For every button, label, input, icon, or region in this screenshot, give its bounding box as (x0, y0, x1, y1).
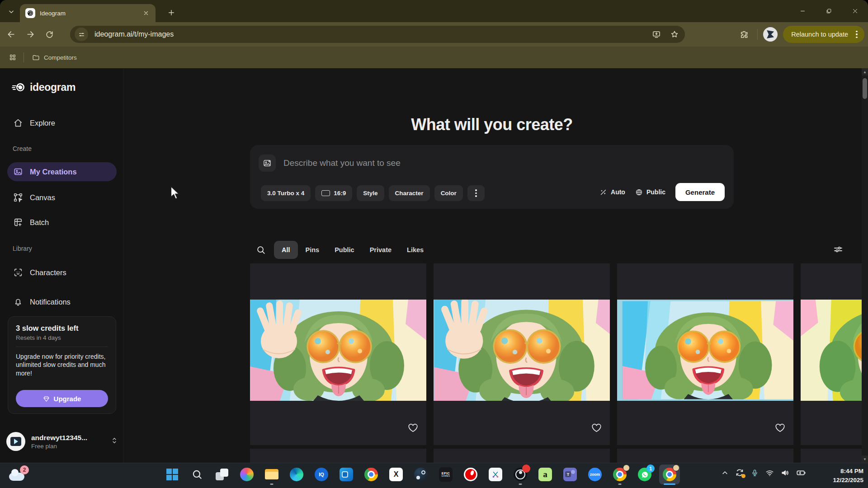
scroll-up-arrow[interactable]: ▲ (862, 68, 868, 75)
character-button[interactable]: Character (389, 185, 430, 201)
user-account[interactable]: andrewyt12345... Free plan (6, 430, 118, 453)
browser-profile-avatar[interactable] (763, 27, 778, 42)
url-bar[interactable]: ideogram.ai/t/my-images (70, 26, 685, 43)
creation-card-partial[interactable] (801, 449, 868, 463)
tray-chevron-up-icon[interactable] (722, 469, 728, 476)
creation-card[interactable]: 2 (801, 263, 868, 445)
tray-battery-icon[interactable] (796, 468, 806, 478)
sidebar-item-explore[interactable]: Explore (7, 113, 117, 132)
taskbar-icon-steam[interactable] (412, 466, 429, 483)
creation-card-partial[interactable] (434, 449, 610, 463)
creation-card-partial[interactable] (250, 449, 426, 463)
chevron-up-down-icon[interactable] (111, 436, 118, 446)
taskbar-icon-clipchamp[interactable] (487, 466, 504, 483)
install-app-icon[interactable] (651, 28, 662, 40)
taskbar-icon-chrome[interactable] (363, 466, 380, 483)
generate-button[interactable]: Generate (675, 183, 725, 201)
bookmark-star-icon[interactable] (669, 28, 680, 40)
tab-all[interactable]: All (274, 241, 298, 259)
browser-tab[interactable]: Ideogram (20, 4, 156, 22)
tab-private[interactable]: Private (362, 241, 399, 259)
tab-public[interactable]: Public (327, 241, 362, 259)
search-icon[interactable] (256, 245, 266, 255)
visibility-button[interactable]: Public (635, 188, 665, 196)
sidebar-item-notifications[interactable]: Notifications (7, 292, 117, 311)
browser-menu-icon[interactable] (853, 29, 861, 40)
tray-microphone-icon[interactable] (751, 469, 759, 477)
taskbar-icon-iq-app[interactable]: IQ (313, 466, 330, 483)
tab-close-icon[interactable] (142, 9, 150, 17)
bookmark-folder-competitors[interactable]: Competitors (28, 52, 80, 63)
restore-button[interactable] (816, 0, 842, 22)
auto-mode-button[interactable]: Auto (599, 188, 625, 196)
sidebar-item-characters[interactable]: Characters (7, 263, 117, 282)
bookmark-folder-label: Competitors (44, 54, 77, 61)
taskbar-icon-task-view[interactable] (213, 466, 231, 483)
taskbar-icon-chrome-profile1[interactable] (611, 466, 628, 483)
tab-pins[interactable]: Pins (298, 241, 327, 259)
reload-button[interactable] (42, 27, 57, 42)
taskbar-icon-zoom[interactable]: zoom (586, 466, 604, 483)
apps-grid-icon[interactable] (6, 51, 19, 64)
model-selector-button[interactable]: 3.0 Turbo x 4 (261, 185, 311, 201)
taskbar-icon-vodafone[interactable] (462, 466, 479, 483)
close-window-button[interactable] (842, 0, 868, 22)
tray-volume-icon[interactable] (781, 469, 789, 477)
taskbar-icon-start[interactable] (164, 466, 181, 483)
heart-icon[interactable] (408, 423, 418, 434)
taskbar-clock[interactable]: 8:44 PM 12/22/2025 (833, 467, 863, 484)
generated-image[interactable] (801, 300, 868, 401)
forward-button[interactable] (23, 27, 38, 42)
creation-card-partial[interactable] (617, 449, 793, 463)
new-tab-button[interactable] (165, 7, 177, 19)
taskbar-icon-a-app[interactable]: a (537, 466, 554, 483)
minimize-button[interactable] (789, 0, 816, 22)
generated-image[interactable] (617, 300, 793, 401)
creation-card[interactable] (617, 263, 793, 445)
taskbar-icon-epic-games[interactable]: EPICGAMES (437, 466, 454, 483)
tray-wifi-icon[interactable] (765, 469, 774, 477)
taskbar-weather-widget[interactable]: 2 (8, 467, 28, 484)
tab-likes[interactable]: Likes (399, 241, 431, 259)
screen: Ideogram ideogram.ai/t/my-images (0, 0, 868, 488)
taskbar-icon-whatsapp[interactable]: 1 (636, 466, 653, 483)
style-button[interactable]: Style (357, 185, 384, 201)
more-options-button[interactable] (467, 185, 485, 201)
scroll-down-arrow[interactable]: ▼ (862, 455, 868, 463)
extensions-icon[interactable] (736, 27, 752, 42)
creation-card[interactable] (434, 263, 610, 445)
creation-card[interactable] (250, 263, 426, 445)
whatsapp-badge: 1 (646, 465, 655, 473)
taskbar-icon-obs[interactable] (512, 466, 529, 483)
generated-image[interactable] (250, 300, 426, 401)
aspect-ratio-button[interactable]: 16:9 (315, 185, 352, 201)
sidebar-item-canvas[interactable]: Canvas (7, 188, 117, 207)
active-app-indicator (664, 483, 675, 485)
taskbar-icon-chrome-active[interactable] (661, 466, 678, 483)
taskbar-icon-outlook[interactable] (338, 466, 355, 483)
taskbar-icon-edge[interactable] (288, 466, 305, 483)
site-info-icon[interactable] (75, 28, 88, 41)
taskbar-icon-file-explorer[interactable] (263, 466, 280, 483)
taskbar-icon-search[interactable] (189, 466, 206, 483)
add-image-button[interactable] (259, 155, 276, 172)
page-scrollbar[interactable]: ▲ ▼ (862, 68, 868, 463)
sidebar-item-batch[interactable]: Batch (7, 213, 117, 232)
taskbar-icon-teams[interactable]: T (561, 466, 579, 483)
color-button[interactable]: Color (434, 185, 463, 201)
taskbar-icon-copilot[interactable] (238, 466, 255, 483)
tray-sync-icon[interactable] (735, 468, 744, 477)
prompt-input[interactable] (283, 155, 626, 171)
tab-search-button[interactable] (5, 6, 17, 18)
upgrade-button[interactable]: Upgrade (16, 390, 108, 407)
ideogram-logo[interactable]: ideogram (12, 80, 75, 94)
generated-image[interactable] (434, 300, 610, 401)
heart-icon[interactable] (591, 423, 602, 434)
sidebar-item-my-creations[interactable]: My Creations (7, 162, 117, 181)
relaunch-button[interactable]: Relaunch to update (783, 26, 864, 43)
filter-settings-icon[interactable] (833, 244, 844, 255)
back-button[interactable] (4, 27, 19, 42)
heart-icon[interactable] (775, 423, 785, 434)
taskbar-icon-capcut[interactable]: X (387, 466, 405, 483)
scrollbar-thumb[interactable] (863, 78, 867, 99)
